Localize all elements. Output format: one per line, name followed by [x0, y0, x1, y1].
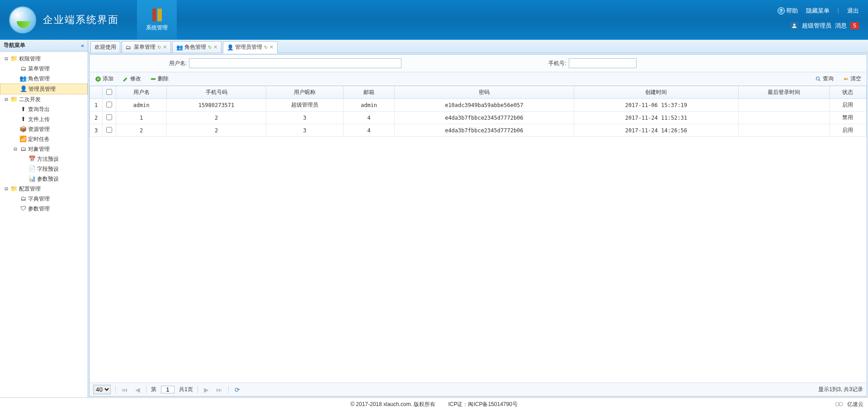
- messages-badge[interactable]: 5: [850, 22, 859, 29]
- user-role[interactable]: 超级管理员: [802, 22, 831, 30]
- query-button[interactable]: 查询: [813, 74, 835, 84]
- sidebar-title: 导航菜单: [4, 42, 25, 49]
- tree-item[interactable]: ⬆文件上传: [0, 114, 88, 124]
- tree-group[interactable]: ⊟📁配置管理: [0, 184, 88, 194]
- prev-page-button[interactable]: ◀: [134, 386, 142, 393]
- page-input[interactable]: [161, 386, 175, 393]
- tree-item[interactable]: 📦资源管理: [0, 124, 88, 134]
- column-header[interactable]: 邮箱: [344, 86, 394, 99]
- column-header[interactable]: 密码: [394, 86, 574, 99]
- separator: [198, 386, 198, 393]
- table-cell: e4da3b7fbbce2345d7772b06: [394, 124, 574, 137]
- refresh-button[interactable]: ⟳: [233, 386, 241, 393]
- tree-item[interactable]: 🗂菜单管理: [0, 64, 88, 74]
- close-icon[interactable]: ✕: [269, 44, 274, 50]
- tree-item[interactable]: 👤管理员管理: [0, 84, 88, 94]
- tree-item[interactable]: ⊟🗂对象管理: [0, 144, 88, 154]
- column-header[interactable]: 手机号码: [167, 86, 266, 99]
- table-cell: 2: [116, 124, 167, 137]
- tree-group[interactable]: ⊟📁二次开发: [0, 94, 88, 104]
- hide-menu-link[interactable]: 隐藏菜单: [806, 7, 830, 15]
- phone-input[interactable]: [569, 58, 637, 68]
- column-header[interactable]: 状态: [829, 86, 866, 99]
- edit-button[interactable]: 修改: [121, 74, 143, 84]
- item-icon: 📶: [19, 135, 27, 143]
- toggle-icon[interactable]: ⊟: [13, 145, 18, 153]
- refresh-icon[interactable]: ↻: [264, 45, 268, 50]
- logout-link[interactable]: 退出: [847, 7, 859, 15]
- username-input[interactable]: [189, 58, 401, 68]
- tab[interactable]: 👥角色管理↻✕: [172, 41, 222, 53]
- tree-group[interactable]: ⊟📁权限管理: [0, 54, 88, 64]
- table-cell: 2017-11-24 14:26:56: [574, 124, 739, 137]
- next-page-button[interactable]: ▶: [203, 386, 210, 393]
- add-button[interactable]: 添加: [93, 74, 115, 84]
- refresh-icon[interactable]: ↻: [208, 45, 212, 50]
- tab[interactable]: 🗂菜单管理↻✕: [122, 41, 171, 53]
- row-checkbox[interactable]: [106, 114, 112, 120]
- table-row[interactable]: 32234e4da3b7fbbce2345d7772b062017-11-24 …: [90, 124, 867, 137]
- folder-icon: 📁: [10, 55, 18, 62]
- table-cell: 4: [344, 112, 394, 124]
- table-cell: 2: [167, 112, 266, 124]
- search-bar: 用户名: 手机号:: [90, 55, 867, 72]
- app-title: 企业端系统界面: [43, 13, 119, 27]
- last-page-button[interactable]: ⏭: [215, 386, 224, 393]
- pencil-icon: [123, 76, 129, 82]
- table-cell: 超级管理员: [266, 99, 344, 112]
- user-info: 超级管理员 消息 5: [790, 22, 859, 30]
- row-checkbox[interactable]: [106, 127, 112, 133]
- messages-link[interactable]: 消息: [835, 22, 847, 30]
- footer-brand[interactable]: 亿速云: [834, 401, 863, 408]
- item-icon: ⬆: [19, 116, 27, 123]
- row-checkbox[interactable]: [106, 102, 112, 107]
- app-header: 企业端系统界面 系统管理 ?帮助 隐藏菜单 | 退出 超级管理员 消息 5: [0, 0, 868, 40]
- tab-label: 欢迎使用: [94, 43, 116, 51]
- first-page-button[interactable]: ⏮: [120, 386, 129, 393]
- table-cell: 15980273571: [167, 99, 266, 112]
- collapse-icon[interactable]: ⊟: [4, 185, 9, 193]
- tree-label: 定时任务: [28, 135, 50, 143]
- collapse-icon[interactable]: ⊟: [4, 55, 9, 63]
- item-icon: 👥: [19, 75, 27, 82]
- brand-name: 亿速云: [847, 401, 863, 408]
- page-size-select[interactable]: 40: [93, 385, 111, 394]
- tree-label: 文件上传: [28, 115, 50, 123]
- column-header[interactable]: 最后登录时间: [738, 86, 829, 99]
- close-icon[interactable]: ✕: [213, 44, 217, 50]
- table-row[interactable]: 1admin15980273571超级管理员admine10adc3949ba5…: [90, 99, 867, 112]
- collapse-icon[interactable]: ⊟: [4, 95, 9, 103]
- table-row[interactable]: 21234e4da3b7fbbce2345d7772b062017-11-24 …: [90, 112, 867, 124]
- help-link[interactable]: ?帮助: [778, 7, 798, 15]
- tree-item[interactable]: ⬆查询导出: [0, 104, 88, 114]
- tree-item[interactable]: 📶定时任务: [0, 134, 88, 144]
- table-cell: 禁用: [829, 112, 866, 124]
- top-menu-system[interactable]: 系统管理: [137, 0, 177, 40]
- select-all-checkbox[interactable]: [106, 89, 112, 95]
- tree-label: 对象管理: [28, 145, 50, 153]
- toolbar: 添加 修改 删除 查询: [90, 72, 867, 86]
- column-header[interactable]: 用户名: [116, 86, 167, 99]
- top-menu: 系统管理: [137, 0, 177, 40]
- checkbox-header: [103, 86, 116, 99]
- column-header[interactable]: 用户昵称: [266, 86, 344, 99]
- delete-button[interactable]: 删除: [148, 74, 170, 84]
- collapse-icon[interactable]: «: [81, 42, 84, 49]
- data-table: 用户名手机号码用户昵称邮箱密码创建时间最后登录时间状态 1admin159802…: [90, 86, 867, 137]
- tree-item[interactable]: 📅方法预设: [0, 154, 88, 164]
- column-header[interactable]: 创建时间: [574, 86, 739, 99]
- tree-item[interactable]: 🗂字典管理: [0, 194, 88, 204]
- close-icon[interactable]: ✕: [163, 44, 167, 50]
- tree-label: 参数预设: [37, 175, 59, 183]
- refresh-icon[interactable]: ↻: [157, 45, 161, 50]
- item-icon: 🗂: [19, 65, 27, 72]
- tab[interactable]: 欢迎使用: [90, 41, 120, 53]
- logo-icon: [9, 6, 36, 33]
- tree-item[interactable]: 🛡参数管理: [0, 204, 88, 214]
- tree-item[interactable]: 📊参数预设: [0, 174, 88, 184]
- clear-button[interactable]: 清空: [841, 74, 863, 84]
- header-links: ?帮助 隐藏菜单 | 退出: [778, 7, 859, 15]
- tree-item[interactable]: 👥角色管理: [0, 74, 88, 84]
- tree-item[interactable]: 📄字段预设: [0, 164, 88, 174]
- tab[interactable]: 👤管理员管理↻✕: [223, 41, 278, 53]
